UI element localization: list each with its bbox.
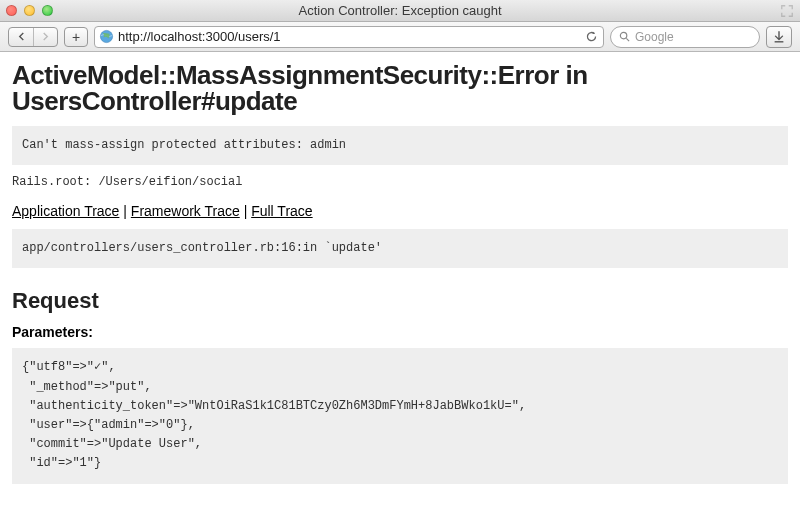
minimize-window-button[interactable] (24, 5, 35, 16)
window-title: Action Controller: Exception caught (0, 3, 800, 18)
back-button[interactable] (9, 28, 33, 46)
parameters-label: Parameters: (12, 324, 788, 340)
search-icon (619, 31, 630, 42)
reload-button[interactable] (583, 29, 599, 45)
reload-icon (585, 30, 598, 43)
parameters-block: {"utf8"=>"✓", "_method"=>"put", "authent… (12, 348, 788, 483)
full-trace-link[interactable]: Full Trace (251, 203, 312, 219)
traffic-lights (6, 5, 53, 16)
svg-line-2 (626, 38, 629, 41)
request-heading: Request (12, 288, 788, 314)
download-icon (772, 30, 786, 44)
rails-root-text: Rails.root: /Users/eifion/social (12, 175, 788, 189)
error-heading: ActiveModel::MassAssignmentSecurity::Err… (12, 62, 788, 114)
trace-sep: | (240, 203, 251, 219)
downloads-button[interactable] (766, 26, 792, 48)
search-placeholder: Google (635, 30, 674, 44)
add-bookmark-button[interactable]: + (64, 27, 88, 47)
application-trace-link[interactable]: Application Trace (12, 203, 119, 219)
forward-button[interactable] (33, 28, 57, 46)
plus-icon: + (72, 29, 80, 45)
browser-toolbar: + Google (0, 22, 800, 52)
window-titlebar: Action Controller: Exception caught (0, 0, 800, 22)
fullscreen-icon[interactable] (780, 4, 794, 18)
url-input[interactable] (118, 29, 579, 44)
search-bar[interactable]: Google (610, 26, 760, 48)
zoom-window-button[interactable] (42, 5, 53, 16)
trace-links: Application Trace | Framework Trace | Fu… (12, 203, 788, 219)
app-trace-block: app/controllers/users_controller.rb:16:i… (12, 229, 788, 268)
nav-button-group (8, 27, 58, 47)
framework-trace-link[interactable]: Framework Trace (131, 203, 240, 219)
chevron-left-icon (17, 32, 26, 41)
address-bar[interactable] (94, 26, 604, 48)
page-content[interactable]: ActiveModel::MassAssignmentSecurity::Err… (0, 52, 800, 522)
svg-point-1 (620, 32, 626, 38)
chevron-right-icon (41, 32, 50, 41)
trace-sep: | (119, 203, 130, 219)
globe-icon (99, 29, 114, 44)
error-message-block: Can't mass-assign protected attributes: … (12, 126, 788, 165)
close-window-button[interactable] (6, 5, 17, 16)
